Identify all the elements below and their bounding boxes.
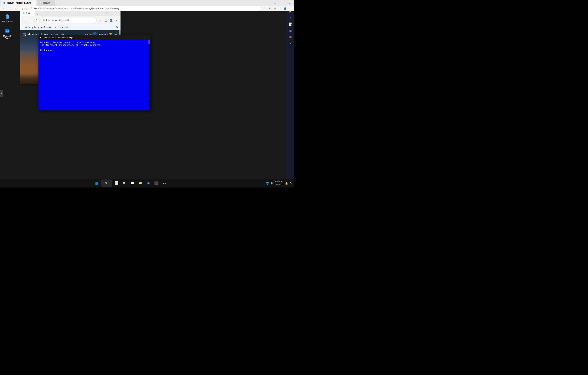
edge-icon[interactable]: Microsoft Edge: [1, 27, 14, 40]
cmd-close-btn[interactable]: ✕: [141, 35, 148, 40]
taskbar-file-explorer-btn[interactable]: 📁: [137, 179, 144, 187]
cmd-line2: (c) Microsoft Corporation. All rights re…: [40, 44, 148, 46]
taskbar-store-btn[interactable]: 🛍: [161, 179, 168, 187]
sidebar-office-icon[interactable]: ⊞: [287, 34, 293, 40]
bing-url-lock-icon: 🔒: [43, 19, 45, 22]
host-nav-refresh[interactable]: ↻: [13, 6, 18, 11]
bing-browser-chrome: B Bing ✕ + ─ □ ✕ ← → ↻ 🔒 https://www.bin: [20, 10, 120, 24]
taskbar-time-display[interactable]: 11:06 PM 8/5/2022: [275, 180, 284, 186]
logo-sq-red: [23, 33, 25, 34]
bing-nav-refresh[interactable]: ↻: [34, 18, 39, 23]
cmd-scrollbar-thumb[interactable]: [148, 40, 150, 44]
edge-svg: [4, 28, 10, 34]
taskbar-network-icon[interactable]: 🌐: [266, 182, 269, 185]
notif-close-btn[interactable]: ✕: [116, 25, 118, 29]
host-nav-back[interactable]: ←: [1, 6, 6, 11]
desktop: 🔷 TestVM - Microsoft Azure ✕ 🪟 TestVM ✕ …: [0, 0, 294, 188]
left-panel-chevron[interactable]: »: [0, 90, 3, 97]
bing-tab-label: Bing: [26, 12, 30, 14]
azure-tab-2-inactive[interactable]: 🪟 TestVM ✕: [37, 0, 55, 6]
azure-tab2-favicon: 🪟: [39, 2, 42, 4]
bing-toolbar-profile[interactable]: 👤: [108, 18, 114, 23]
cmd-minimize-btn[interactable]: ─: [127, 35, 134, 40]
svg-rect-11: [97, 183, 98, 185]
taskbar-date: 8/5/2022: [275, 183, 284, 186]
azure-tab-1-active[interactable]: 🔷 TestVM - Microsoft Azure ✕: [1, 0, 36, 6]
svg-rect-8: [95, 182, 97, 183]
host-toolbar-favorites[interactable]: ☆: [273, 6, 277, 11]
azure-tab2-close[interactable]: ✕: [52, 2, 53, 4]
bing-tab-close-btn[interactable]: ✕: [32, 12, 33, 14]
azure-host-browser-bar: 🔷 TestVM - Microsoft Azure ✕ 🪟 TestVM ✕ …: [0, 0, 294, 10]
taskbar-task-view-btn[interactable]: ⬜: [113, 179, 120, 187]
azure-tab1-close[interactable]: ✕: [33, 2, 34, 4]
taskbar-center: 🔍 ⬜ ▦ 💬 📁: [0, 179, 261, 187]
notif-learn-more-link[interactable]: Learn more: [59, 26, 70, 29]
bing-url-display: https://www.bing.com/#: [46, 19, 94, 22]
taskbar-edge-icon: [147, 182, 150, 185]
bing-url-input[interactable]: 🔒 https://www.bing.com/#: [40, 17, 96, 23]
recycle-bin-label: Recycle Bin: [2, 20, 12, 22]
host-toolbar-profile[interactable]: 👤: [283, 6, 287, 11]
start-button[interactable]: [93, 179, 101, 187]
recycle-bin-image: [4, 13, 10, 20]
host-win-maximize[interactable]: □: [279, 1, 286, 6]
host-toolbar-read[interactable]: Aa: [267, 6, 272, 11]
chat-icon: 💬: [131, 182, 134, 185]
taskbar-widgets-btn[interactable]: ▦: [121, 179, 128, 187]
bing-toolbar-settings[interactable]: ···: [114, 18, 119, 23]
new-tab-button[interactable]: +: [56, 0, 60, 6]
cmd-scrollbar[interactable]: [148, 40, 150, 110]
taskbar-settings-icon[interactable]: ⚙: [289, 182, 292, 185]
bing-logo-squares: [23, 33, 26, 36]
cmd-win-controls: ─ □ ✕: [127, 35, 148, 40]
cmd-line3: [40, 46, 148, 49]
svg-line-4: [6, 16, 7, 18]
svg-rect-10: [95, 183, 97, 185]
svg-rect-9: [97, 182, 98, 183]
cmd-title-text: Administrator: Command Prompt: [44, 36, 125, 39]
bing-toolbar-collections[interactable]: 📋: [103, 18, 108, 23]
azure-tab2-label: TestVM: [43, 2, 50, 4]
cmd-body[interactable]: Microsoft Windows [Version 10.0.22000.79…: [39, 40, 150, 110]
recycle-bin-icon[interactable]: Recycle Bin: [1, 12, 14, 23]
sidebar-windows-icon[interactable]: ⊞: [287, 28, 293, 33]
sidebar-notes-icon[interactable]: 📝: [287, 21, 293, 27]
host-toolbar-settings[interactable]: ···: [288, 6, 293, 11]
cmd-window-icon: ▶: [40, 36, 42, 39]
taskbar-search-icon: 🔍: [105, 182, 108, 185]
cmd-maximize-btn[interactable]: □: [134, 35, 141, 40]
file-explorer-icon: 📁: [139, 182, 142, 185]
azure-tab1-label: TestVM - Microsoft Azure: [7, 2, 31, 4]
taskbar-volume-icon[interactable]: 🔊: [270, 182, 273, 185]
sidebar-download-icon[interactable]: ↓: [287, 14, 293, 20]
host-win-close[interactable]: ✕: [286, 1, 293, 6]
bing-nav-forward[interactable]: →: [28, 18, 33, 23]
taskbar-notification-icon[interactable]: 🔔: [285, 182, 288, 185]
host-nav-forward[interactable]: →: [7, 6, 12, 11]
cmd-prompt-line: C:\Users\: [40, 49, 148, 52]
logo-sq-blue: [23, 34, 25, 36]
taskbar: 🔍 ⬜ ▦ 💬 📁: [0, 179, 294, 188]
notif-info-icon: ℹ: [22, 26, 23, 29]
host-url-bar[interactable]: 🔒 https://bst-c375b4cb-e48d-b6ba3dc52fbf…: [19, 6, 261, 11]
taskbar-chat-btn[interactable]: 💬: [129, 179, 136, 187]
logo-sq-yellow: [25, 34, 26, 36]
bing-favicon: B: [23, 12, 24, 14]
bing-nav-back[interactable]: ←: [22, 18, 27, 23]
widgets-icon: ▦: [123, 182, 126, 185]
cmd-line1: Microsoft Windows [Version 10.0.22000.79…: [40, 41, 148, 44]
taskbar-edge-btn[interactable]: [145, 179, 152, 187]
sidebar-add-icon[interactable]: +: [287, 41, 293, 46]
bing-toolbar-favorite[interactable]: ☆: [98, 18, 103, 23]
taskbar-search-btn[interactable]: 🔍: [101, 179, 112, 187]
taskbar-chevron[interactable]: ^: [263, 182, 264, 184]
taskbar-clock: 11:06 PM: [275, 180, 284, 183]
host-toolbar-share[interactable]: ⬆: [262, 6, 267, 11]
host-win-minimize[interactable]: ─: [272, 1, 279, 6]
bing-new-tab-btn[interactable]: +: [35, 13, 40, 16]
taskbar-terminal-btn[interactable]: ⬛: [153, 179, 160, 187]
windows-logo-icon: [95, 182, 98, 185]
host-toolbar-icons: ⬆ Aa ☆ 📋 👤 ···: [262, 6, 293, 11]
host-toolbar-collections[interactable]: 📋: [278, 6, 282, 11]
